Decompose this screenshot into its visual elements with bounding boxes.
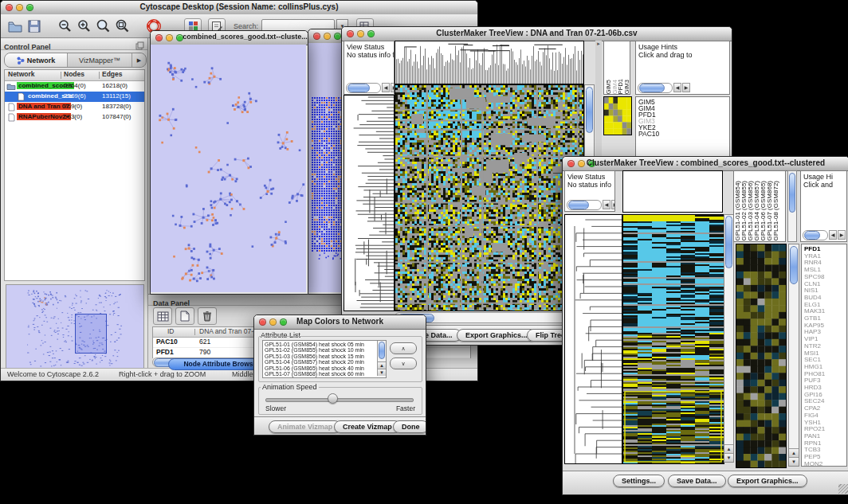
gene-label[interactable]: PEP5	[804, 454, 846, 461]
gene-label[interactable]: SPC98	[804, 274, 846, 281]
treeview1-titlebar[interactable]: ClusterMaker TreeView : DNA and Tran 07-…	[342, 27, 732, 41]
animate-vizmap-button[interactable]: Animate Vizmap	[269, 420, 341, 433]
gene-label[interactable]: CPA2	[804, 405, 846, 412]
new-attribute-button[interactable]	[175, 307, 194, 325]
attribute-item[interactable]: GPL51-04 (GSM857) heat shock 20 min	[265, 359, 386, 365]
gene-label[interactable]: PHO81	[804, 371, 846, 378]
minimize-button[interactable]	[324, 33, 331, 40]
tv2-row-dendrogram[interactable]	[564, 214, 622, 464]
col-network[interactable]: Network	[8, 70, 35, 78]
scroll-up-icon[interactable]: ▲	[378, 361, 386, 369]
birdseye-overview[interactable]	[6, 284, 144, 372]
col-id[interactable]: ID	[167, 327, 175, 335]
gene-label[interactable]: VIP1	[804, 336, 846, 343]
zoom-button[interactable]	[334, 33, 341, 40]
gene-label[interactable]: YRA1	[804, 253, 846, 260]
gene-label[interactable]: CLN1	[804, 281, 846, 288]
tv1-status-scrollbar[interactable]	[346, 83, 381, 93]
network1-titlebar[interactable]: combined_scores_good.txt--cluste...	[151, 31, 308, 45]
main-titlebar[interactable]: Cytoscape Desktop (Session Name: collins…	[1, 1, 477, 15]
gene-label[interactable]: HRD3	[804, 385, 846, 392]
column-label[interactable]: GPL51-08 (GSM872)	[773, 181, 779, 241]
speed-slider-track[interactable]	[265, 398, 414, 402]
gene-label[interactable]: NIS1	[804, 287, 846, 295]
attribute-item[interactable]: GPL51-07 (GSM868) heat shock 60 min	[265, 371, 386, 377]
attribute-item[interactable]: GPL51-01 (GSM854) heat shock 05 min	[265, 342, 386, 347]
gene-label[interactable]: SEC1	[804, 357, 846, 364]
gene-label[interactable]: PAN1	[804, 433, 846, 440]
zoom-fit-button[interactable]	[112, 17, 132, 36]
gene-label[interactable]: KAP95	[804, 322, 846, 330]
gene-label[interactable]: YSH1	[804, 420, 846, 427]
scroll-left-icon[interactable]: ◀	[603, 200, 610, 209]
tv1-similarity-heatmap[interactable]	[603, 96, 632, 135]
scroll-left-icon[interactable]: ◀	[829, 230, 837, 240]
attribute-item[interactable]: GPL51-02 (GSM855) heat shock 10 min	[265, 347, 386, 353]
tv1-column-dendrogram[interactable]	[395, 41, 584, 84]
col-nodes[interactable]: Nodes	[64, 70, 84, 78]
button-settings[interactable]: Settings...	[613, 475, 665, 487]
dialog-titlebar[interactable]: Map Colors to Network	[254, 315, 426, 330]
float-panel-icon[interactable]	[135, 39, 144, 53]
create-vizmap-button[interactable]: Create Vizmap	[334, 420, 401, 433]
network-row[interactable]: combined_scores2764(0)16218(0)	[5, 81, 144, 92]
done-button[interactable]: Done	[393, 420, 426, 433]
gene-label[interactable]: RNR4	[804, 260, 846, 267]
delete-attribute-button[interactable]	[198, 307, 217, 325]
tv1-heatmap[interactable]	[395, 84, 584, 311]
button-save-data[interactable]: Save Data...	[668, 475, 726, 487]
attribute-item[interactable]: GPL51-03 (GSM856) heat shock 15 min	[265, 354, 386, 359]
column-label[interactable]: YKE2	[630, 79, 630, 94]
button-export-graphics[interactable]: Export Graphics...	[457, 329, 536, 342]
treeview2-titlebar[interactable]: ClusterMaker TreeView : combined_scores_…	[563, 157, 848, 171]
gene-label[interactable]: HAP3	[804, 329, 846, 336]
resize-grip[interactable]	[838, 484, 848, 494]
gene-label[interactable]: MSL1	[804, 267, 846, 274]
speed-slider-thumb[interactable]	[328, 393, 338, 404]
zoom-out-button[interactable]	[55, 17, 74, 36]
gene-label[interactable]: HMG1	[804, 364, 846, 371]
tv2-heatmap[interactable]	[622, 214, 724, 464]
gene-label[interactable]: MAK31	[804, 308, 846, 315]
tv2-usage-scrollbar[interactable]	[803, 230, 828, 240]
tv1-row-dendrogram[interactable]	[344, 95, 395, 311]
attribute-select-button[interactable]	[153, 307, 172, 325]
open-session-button[interactable]	[6, 17, 25, 36]
gene-label[interactable]: PFD1	[638, 111, 729, 118]
network-row[interactable]: RNAPuberNov2+563(0)107847(0)	[5, 112, 144, 123]
scroll-up-icon[interactable]: ▲	[724, 444, 733, 453]
attribute-item[interactable]: GPL51-06 (GSM865) heat shock 40 min	[265, 365, 386, 371]
gene-label[interactable]: MON2	[804, 461, 846, 467]
tv2-column-dendrogram[interactable]	[622, 170, 723, 213]
close-button[interactable]	[155, 34, 163, 41]
scroll-down-icon[interactable]: ▼	[789, 457, 799, 466]
gene-label[interactable]: GIM5	[638, 99, 729, 105]
gene-label[interactable]: NTR2	[804, 343, 846, 350]
scroll-down-icon[interactable]: ▼	[724, 453, 733, 462]
scroll-down-icon[interactable]: ▼	[378, 369, 386, 376]
tv2-status-scrollbar[interactable]	[567, 200, 602, 210]
gene-label[interactable]: ELG1	[804, 302, 846, 309]
zoom-in-button[interactable]	[74, 17, 93, 36]
gene-label[interactable]: RPO21	[804, 426, 846, 433]
gene-label[interactable]: GIM3	[638, 118, 729, 124]
save-session-button[interactable]	[25, 17, 44, 36]
gene-label[interactable]: SEC24	[804, 398, 846, 405]
gene-label[interactable]: RPN1	[804, 440, 846, 447]
gene-label[interactable]: GPI16	[804, 392, 846, 399]
scroll-left-icon[interactable]: ◀	[382, 83, 390, 92]
tv2-gene-scrollbar[interactable]: ▲▼	[788, 244, 799, 467]
gene-label[interactable]: GIM4	[638, 105, 729, 111]
close-button[interactable]	[313, 33, 320, 40]
tv1-usage-scrollbar[interactable]	[638, 83, 673, 93]
tv2-collabel-scrollbar[interactable]	[787, 170, 797, 242]
network-row[interactable]: combined_sco2569(6)13112(15)	[5, 92, 144, 102]
gene-label[interactable]: PUF3	[804, 377, 846, 385]
scroll-right-icon[interactable]: ▶	[611, 200, 615, 209]
attribute-listbox[interactable]: GPL51-01 (GSM854) heat shock 05 minGPL51…	[262, 340, 387, 378]
button-export-graphics[interactable]: Export Graphics...	[728, 475, 807, 487]
gene-label[interactable]: PAC10	[638, 131, 729, 137]
move-up-button[interactable]: ∧	[390, 342, 417, 354]
scroll-right-icon[interactable]: ▶	[838, 230, 846, 240]
tv2-vscrollbar[interactable]: ▲▼	[724, 214, 734, 463]
